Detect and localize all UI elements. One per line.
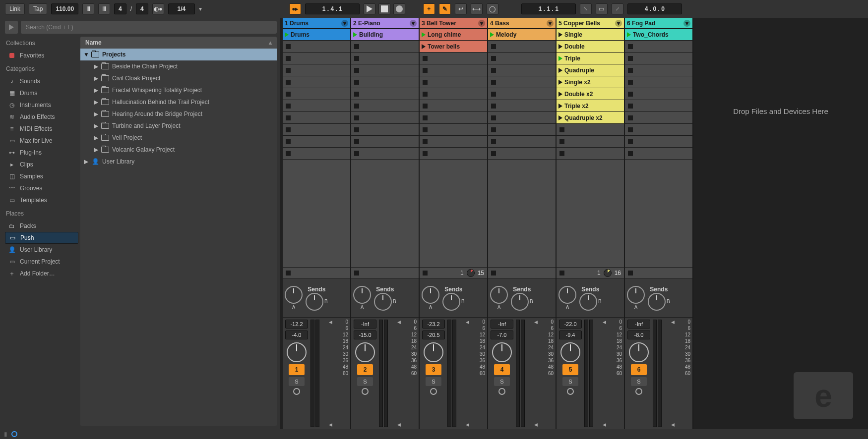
track-header[interactable]: 3 Bell Tower▾ [420,18,487,29]
pan-knob[interactable] [424,342,443,362]
clip-stop-icon[interactable] [559,151,564,156]
empty-clip-slot[interactable] [488,64,556,76]
solo-button[interactable]: S [631,377,647,386]
empty-clip-slot[interactable] [625,64,692,76]
midi-map-icon[interactable] [11,431,17,437]
send-a-knob[interactable] [558,286,576,304]
device-row[interactable] [351,267,419,279]
empty-clip-slot[interactable] [420,53,487,64]
clip-slot[interactable]: Tower bells [420,41,487,53]
empty-clip-slot[interactable] [420,124,487,136]
clip-stop-icon[interactable] [423,115,428,120]
volume-value[interactable]: -23.2 [422,320,445,329]
empty-clip-slot[interactable] [625,88,692,100]
pan-knob[interactable] [629,342,649,362]
clip-stop-icon[interactable] [286,56,291,61]
clip-stop-icon[interactable] [286,104,291,109]
link-button[interactable]: Link [5,3,25,14]
empty-clip-slot[interactable] [283,53,350,64]
clip-slot[interactable]: Drums [283,29,350,41]
chevron-down-icon[interactable]: ▾ [410,20,417,27]
empty-clip-slot[interactable] [351,112,419,124]
gain-value[interactable]: -7.0 [491,330,513,339]
file-row[interactable]: ▶Volcanic Galaxy Project [80,144,277,156]
clip-stop-icon[interactable] [423,127,428,132]
clip-stop-icon[interactable] [491,80,496,85]
send-b-knob[interactable] [306,293,323,311]
solo-button[interactable]: S [426,377,441,386]
solo-button[interactable]: S [494,377,510,386]
clip-slot[interactable]: Building [351,29,419,41]
empty-clip-slot[interactable] [625,76,692,88]
empty-clip-slot[interactable] [625,148,692,160]
arm-button[interactable] [430,388,437,395]
send-b-knob[interactable] [579,293,597,311]
empty-clip-slot[interactable] [351,136,419,148]
sidebar-item-max-for-live[interactable]: ▭Max for Live [5,135,78,147]
sidebar-item-sounds[interactable]: ♪Sounds [5,75,78,87]
clip-slot[interactable]: Double [557,41,624,53]
clip-stop-icon[interactable] [491,56,496,61]
stop-all-icon[interactable] [628,271,633,275]
stop-button[interactable] [378,3,390,14]
empty-clip-slot[interactable] [488,100,556,112]
folder-projects[interactable]: ▼ Projects [80,49,277,60]
clip-stop-icon[interactable] [286,151,291,156]
metronome-icon[interactable]: Ⅲ [82,3,94,14]
loop-length[interactable]: 4 . 0 . 0 [627,3,682,14]
drop-zone[interactable]: Drop Files and Devices Here [693,18,868,429]
clip-play-icon[interactable] [422,32,426,37]
clip-play-icon[interactable] [353,32,357,37]
file-row[interactable]: ▶Veil Project [80,132,277,144]
sidebar-item-midi-effects[interactable]: ≡MIDI Effects [5,123,78,135]
solo-button[interactable]: S [289,377,305,386]
empty-clip-slot[interactable] [283,88,350,100]
track-activator[interactable]: 1 [289,364,305,375]
device-row[interactable] [625,267,692,279]
empty-clip-slot[interactable] [283,136,350,148]
clip-play-icon[interactable] [422,44,426,49]
volume-value[interactable]: -Inf [627,320,650,329]
clip-stop-icon[interactable] [628,127,633,132]
empty-clip-slot[interactable] [420,148,487,160]
automation-arm-button[interactable]: ✎ [439,3,451,14]
clip-stop-icon[interactable] [354,80,359,85]
clip-play-icon[interactable] [558,56,562,61]
empty-clip-slot[interactable] [488,53,556,64]
empty-clip-slot[interactable] [420,76,487,88]
clip-stop-icon[interactable] [628,115,633,120]
sidebar-item-audio-effects[interactable]: ≋Audio Effects [5,111,78,123]
empty-clip-slot[interactable] [283,124,350,136]
stop-all-icon[interactable] [423,271,428,275]
clip-stop-icon[interactable] [491,151,496,156]
clip-stop-icon[interactable] [628,56,633,61]
loop-start[interactable]: 1 . 1 . 1 [521,3,576,14]
clip-stop-icon[interactable] [286,68,291,73]
clip-slot[interactable]: Quadruple [557,64,624,76]
volume-value[interactable]: -Inf [491,320,513,329]
pan-knob[interactable] [287,342,307,362]
device-row[interactable]: 1 15 [420,267,487,279]
record-button[interactable] [393,3,405,14]
folder-user-library[interactable]: ▶ 👤 User Library [80,156,277,167]
empty-clip-slot[interactable] [625,53,692,64]
gain-value[interactable]: -4.0 [285,330,308,339]
arrange-position[interactable]: 1 . 4 . 1 [305,3,360,14]
volume-value[interactable]: -Inf [354,320,376,329]
search-input[interactable]: Search (Cmd + F) [21,21,277,34]
file-row[interactable]: ▶Fractal Whispering Totality Project [80,84,277,96]
send-a-knob[interactable] [285,286,303,304]
send-b-knob[interactable] [511,293,529,311]
empty-clip-slot[interactable] [283,64,350,76]
nudge-down-icon[interactable]: Ⅲ [98,3,110,14]
empty-clip-slot[interactable] [420,88,487,100]
clip-slot[interactable]: Triple [557,53,624,64]
file-row[interactable]: ▶Civil Cloak Project [80,72,277,84]
sidebar-item-push[interactable]: ▭Push [5,232,78,244]
send-a-knob[interactable] [422,286,439,304]
clip-stop-icon[interactable] [559,127,564,132]
clip-stop-icon[interactable] [354,44,359,49]
empty-clip-slot[interactable] [625,136,692,148]
track-activator[interactable]: 6 [631,364,647,375]
device-row[interactable] [283,267,350,279]
